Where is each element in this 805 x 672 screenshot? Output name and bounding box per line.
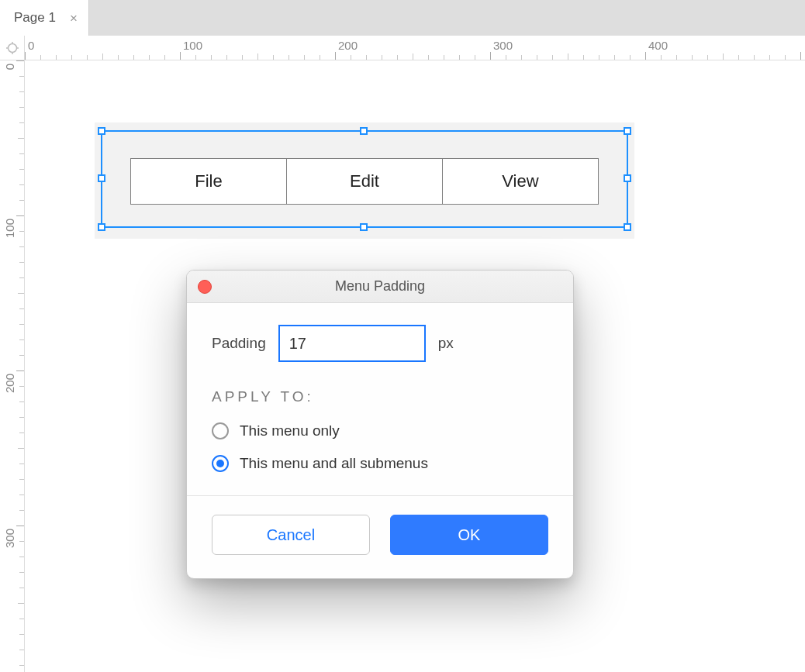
tab-bar: Page 1 ×	[0, 0, 805, 36]
cancel-button[interactable]: Cancel	[212, 515, 370, 555]
menu-item-label: Edit	[350, 171, 379, 191]
ruler-label: 100	[3, 219, 16, 238]
dialog-title: Menu Padding	[335, 278, 425, 295]
radio-dot-icon	[216, 460, 224, 467]
radio-this-menu-and-submenus[interactable]: This menu and all submenus	[212, 455, 548, 472]
ruler-label: 400	[648, 39, 668, 52]
selected-widget[interactable]: File Edit View	[95, 122, 634, 239]
padding-unit: px	[438, 335, 454, 352]
padding-label: Padding	[212, 335, 266, 352]
page-tab[interactable]: Page 1 ×	[0, 0, 89, 36]
ok-button[interactable]: OK	[390, 515, 548, 555]
window-close-button[interactable]	[198, 280, 212, 294]
vertical-ruler[interactable]: 0100200300	[0, 60, 25, 672]
radio-icon	[212, 455, 229, 472]
menu-item-file[interactable]: File	[130, 158, 287, 205]
ruler-label: 200	[3, 374, 16, 393]
horizontal-ruler[interactable]: 0100200300400	[25, 36, 805, 60]
ruler-label: 200	[338, 39, 358, 52]
apply-to-heading: APPLY TO:	[212, 388, 548, 405]
ruler-label: 0	[3, 64, 16, 70]
crosshair-icon	[6, 42, 19, 54]
radio-label: This menu and all submenus	[240, 455, 428, 472]
ruler-origin[interactable]	[0, 36, 25, 60]
menu-item-view[interactable]: View	[443, 158, 599, 205]
button-label: OK	[458, 526, 481, 544]
ruler-label: 300	[493, 39, 513, 52]
page-tab-label: Page 1	[14, 10, 56, 26]
menu-padding-dialog: Menu Padding Padding px APPLY TO: This m…	[186, 270, 574, 579]
radio-this-menu-only[interactable]: This menu only	[212, 422, 548, 439]
menu-item-edit[interactable]: Edit	[287, 158, 443, 205]
dialog-footer: Cancel OK	[187, 495, 573, 578]
close-icon[interactable]: ×	[70, 12, 78, 25]
padding-row: Padding px	[212, 325, 548, 362]
button-label: Cancel	[267, 526, 315, 544]
ruler-label: 100	[183, 39, 202, 52]
dialog-body: Padding px APPLY TO: This menu only This…	[187, 303, 573, 495]
svg-point-0	[8, 43, 16, 52]
ruler-label: 0	[28, 39, 34, 52]
menu-bar-widget: File Edit View	[130, 158, 599, 205]
menu-item-label: File	[195, 171, 222, 191]
radio-icon	[212, 422, 229, 439]
menu-item-label: View	[502, 171, 538, 191]
radio-label: This menu only	[240, 422, 340, 439]
padding-input[interactable]	[278, 325, 426, 362]
ruler-label: 300	[3, 529, 16, 548]
dialog-titlebar[interactable]: Menu Padding	[187, 271, 573, 303]
